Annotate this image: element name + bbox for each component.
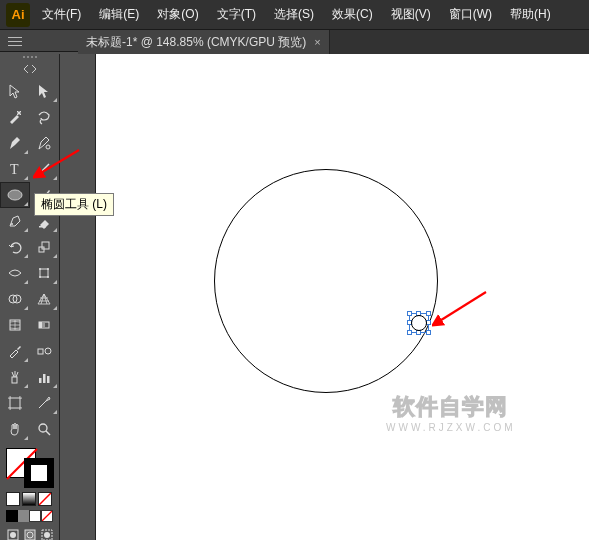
- eyedropper-tool[interactable]: [0, 338, 30, 364]
- svg-rect-19: [38, 349, 43, 354]
- pen-tool[interactable]: [0, 130, 30, 156]
- svg-point-12: [47, 276, 49, 278]
- free-transform-tool[interactable]: [30, 260, 60, 286]
- draw-mode-row: [0, 524, 59, 540]
- ellipse-shape-large[interactable]: [214, 169, 438, 393]
- artboard[interactable]: 软件自学网 WWW.RJZXW.COM: [96, 54, 589, 540]
- close-icon[interactable]: ×: [314, 36, 320, 48]
- draw-inside-icon[interactable]: [40, 528, 53, 540]
- document-tab-title: 未标题-1* @ 148.85% (CMYK/GPU 预览): [86, 34, 306, 51]
- svg-point-20: [45, 348, 51, 354]
- swatch-black[interactable]: [6, 510, 18, 522]
- svg-text:T: T: [10, 162, 19, 177]
- artboard-tool[interactable]: [0, 390, 30, 416]
- menu-edit[interactable]: 编辑(E): [93, 2, 145, 27]
- svg-rect-21: [12, 377, 17, 383]
- svg-point-9: [39, 268, 41, 270]
- menu-file[interactable]: 文件(F): [36, 2, 87, 27]
- menu-help[interactable]: 帮助(H): [504, 2, 557, 27]
- stroke-swatch[interactable]: [24, 458, 54, 488]
- type-tool[interactable]: T: [0, 156, 30, 182]
- document-tab[interactable]: 未标题-1* @ 148.85% (CMYK/GPU 预览) ×: [78, 30, 330, 54]
- svg-line-39: [39, 150, 79, 174]
- draw-behind-icon[interactable]: [23, 528, 36, 540]
- slice-tool[interactable]: [30, 390, 60, 416]
- hand-tool[interactable]: [0, 416, 30, 442]
- color-mode-none[interactable]: [38, 492, 52, 506]
- svg-point-11: [39, 276, 41, 278]
- svg-rect-23: [43, 374, 46, 383]
- control-strip: [0, 30, 78, 52]
- color-mode-solid[interactable]: [6, 492, 20, 506]
- collapse-columns-button[interactable]: [6, 64, 54, 76]
- gradient-tool[interactable]: [30, 312, 60, 338]
- panel-menu-icon[interactable]: [0, 30, 28, 52]
- menu-bar: Ai 文件(F) 编辑(E) 对象(O) 文字(T) 选择(S) 效果(C) 视…: [0, 0, 589, 30]
- blend-tool[interactable]: [30, 338, 60, 364]
- watermark-line1: 软件自学网: [386, 392, 516, 422]
- svg-rect-5: [39, 226, 46, 228]
- svg-rect-17: [39, 322, 42, 328]
- watermark-line2: WWW.RJZXW.COM: [386, 422, 516, 433]
- svg-line-30: [42, 511, 52, 521]
- svg-rect-25: [10, 398, 20, 408]
- symbol-sprayer-tool[interactable]: [0, 364, 30, 390]
- annotation-arrow-left: [33, 146, 83, 182]
- color-mode-row: [0, 490, 59, 508]
- watermark: 软件自学网 WWW.RJZXW.COM: [386, 392, 516, 433]
- app-logo-text: Ai: [12, 7, 25, 22]
- swatch-gray[interactable]: [18, 510, 30, 522]
- grayscale-swatches: [0, 508, 59, 524]
- ellipse-tool[interactable]: [0, 182, 30, 208]
- svg-rect-8: [40, 269, 48, 277]
- svg-rect-18: [42, 322, 45, 328]
- svg-point-26: [39, 424, 47, 432]
- svg-line-27: [46, 431, 50, 435]
- menu-select[interactable]: 选择(S): [268, 2, 320, 27]
- swatch-nofill[interactable]: [41, 510, 53, 522]
- svg-rect-22: [39, 378, 42, 383]
- mesh-tool[interactable]: [0, 312, 30, 338]
- menu-effect[interactable]: 效果(C): [326, 2, 379, 27]
- svg-point-4: [11, 223, 13, 225]
- tools-panel: T: [0, 54, 60, 540]
- panel-gripper[interactable]: [0, 56, 59, 62]
- selection-tool[interactable]: [0, 78, 30, 104]
- ellipse-shape-small[interactable]: [411, 315, 427, 331]
- color-mode-gradient[interactable]: [22, 492, 36, 506]
- rotate-tool[interactable]: [0, 234, 30, 260]
- svg-rect-24: [47, 376, 50, 383]
- magic-wand-tool[interactable]: [0, 104, 30, 130]
- shape-builder-tool[interactable]: [0, 286, 30, 312]
- canvas-area: 软件自学网 WWW.RJZXW.COM: [78, 54, 589, 540]
- width-tool[interactable]: [0, 260, 30, 286]
- swatch-white[interactable]: [29, 510, 41, 522]
- scale-tool[interactable]: [30, 234, 60, 260]
- annotation-arrow-right: [432, 288, 492, 330]
- menu-window[interactable]: 窗口(W): [443, 2, 498, 27]
- svg-line-29: [39, 493, 51, 505]
- canvas-left-pad: [78, 54, 96, 540]
- ellipse-tool-tooltip: 椭圆工具 (L): [34, 193, 114, 216]
- svg-point-10: [47, 268, 49, 270]
- lasso-tool[interactable]: [30, 104, 60, 130]
- svg-point-3: [8, 190, 22, 200]
- zoom-tool[interactable]: [30, 416, 60, 442]
- shaper-tool[interactable]: [0, 208, 30, 234]
- direct-selection-tool[interactable]: [30, 78, 60, 104]
- svg-point-36: [44, 532, 50, 538]
- perspective-grid-tool[interactable]: [30, 286, 60, 312]
- app-logo: Ai: [6, 3, 30, 27]
- svg-rect-7: [42, 242, 49, 249]
- svg-line-40: [438, 292, 486, 322]
- draw-normal-icon[interactable]: [6, 528, 19, 540]
- menu-view[interactable]: 视图(V): [385, 2, 437, 27]
- svg-point-32: [10, 532, 16, 538]
- fill-stroke-swatches[interactable]: [6, 448, 54, 488]
- document-tab-bar: 未标题-1* @ 148.85% (CMYK/GPU 预览) ×: [78, 30, 589, 54]
- menu-type[interactable]: 文字(T): [211, 2, 262, 27]
- menu-object[interactable]: 对象(O): [151, 2, 204, 27]
- column-graph-tool[interactable]: [30, 364, 60, 390]
